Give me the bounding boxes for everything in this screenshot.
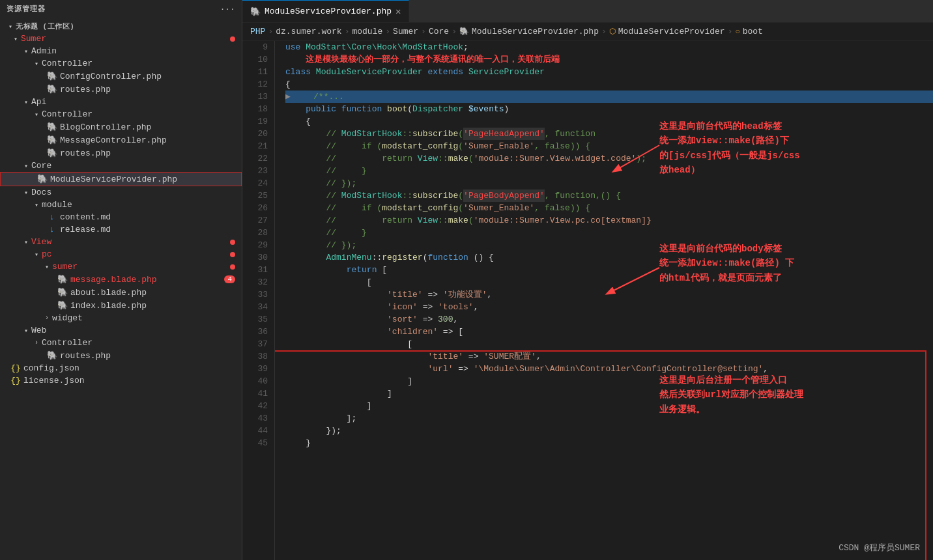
- breadcrumb-core[interactable]: Core: [429, 27, 449, 36]
- ln-31: 31: [242, 264, 268, 276]
- json-icon-2: {}: [10, 376, 21, 385]
- ln-29: 29: [242, 239, 268, 251]
- sidebar-item-release-md[interactable]: ↓ release.md: [0, 223, 242, 236]
- ellipsis-icon[interactable]: ···: [220, 5, 235, 13]
- sidebar-item-sumer-view[interactable]: ▾ sumer: [0, 260, 242, 273]
- sidebar-item-docs[interactable]: ▾ Docs: [0, 186, 242, 199]
- sidebar-item-license-json[interactable]: {} license.json: [0, 374, 242, 387]
- controller-admin-arrow: ▾: [31, 60, 42, 68]
- web-label: Web: [31, 326, 46, 335]
- sumer-view-dot: [230, 264, 235, 270]
- sidebar-item-routes-web[interactable]: 🐘 routes.php: [0, 349, 242, 362]
- sidebar-item-routes-api[interactable]: 🐘 routes.php: [0, 147, 242, 160]
- md-icon-2: ↓: [47, 225, 57, 234]
- index-blade-label: index.blade.php: [70, 301, 147, 311]
- module-label: module: [42, 200, 72, 210]
- annotation-line10: 这是模块最核心的一部分，与整个系统通讯的唯一入口，关联前后端: [285, 53, 560, 66]
- expand-arrow-13[interactable]: ▶: [285, 91, 291, 103]
- ln-39: 39: [242, 363, 268, 375]
- code-line-23: // }: [285, 165, 933, 177]
- sumer-dot: [230, 36, 235, 42]
- code-content: use ModStart\Core\Hook\ModStartHook; 这是模…: [275, 41, 933, 560]
- ln-35: 35: [242, 313, 268, 326]
- sidebar-item-module[interactable]: ▾ module: [0, 199, 242, 211]
- code-line-11: class ModuleServiceProvider extends Serv…: [285, 66, 933, 78]
- sidebar-item-moduleserviceprovider[interactable]: 🐘 ModuleServiceProvider.php: [0, 172, 242, 186]
- breadcrumb-php[interactable]: PHP: [250, 27, 265, 36]
- widget-label: widget: [52, 313, 83, 323]
- code-line-25: // ModStartHook::subscribe('PageBodyAppe…: [285, 189, 933, 202]
- sidebar-item-about-blade[interactable]: 🐘 about.blade.php: [0, 286, 242, 299]
- sidebar-item-web[interactable]: ▾ Web: [0, 324, 242, 337]
- breadcrumb-class[interactable]: ModuleServiceProvider: [618, 27, 725, 36]
- active-tab[interactable]: 🐘 ModuleServiceProvider.php ✕: [242, 0, 409, 22]
- php-icon: 🐘: [47, 71, 57, 81]
- sidebar-header-icons[interactable]: ···: [220, 5, 235, 13]
- code-line-22: // return View::make('module::Sumer.View…: [285, 152, 933, 165]
- message-blade-label: message.blade.php: [70, 275, 157, 285]
- breadcrumb-sumer[interactable]: Sumer: [393, 27, 418, 36]
- sidebar-item-config-json[interactable]: {} config.json: [0, 362, 242, 374]
- breadcrumb-domain[interactable]: dz.sumer.work: [276, 27, 341, 36]
- md-icon-1: ↓: [47, 212, 57, 222]
- config-json-label: config.json: [23, 363, 79, 373]
- watermark: CSDN @程序员SUMER: [839, 542, 920, 553]
- ln-37: 37: [242, 338, 268, 350]
- sidebar-item-configcontroller[interactable]: 🐘 ConfigController.php: [0, 70, 242, 83]
- pc-label: pc: [42, 249, 52, 259]
- sidebar-item-admin[interactable]: ▾ Admin: [0, 45, 242, 57]
- code-line-37: [: [285, 338, 933, 350]
- sidebar-item-pc[interactable]: ▾ pc: [0, 248, 242, 260]
- breadcrumb-file[interactable]: ModuleServiceProvider.php: [472, 27, 599, 36]
- sidebar-item-widget[interactable]: › widget: [0, 312, 242, 324]
- tab-close-button[interactable]: ✕: [395, 6, 401, 17]
- breadcrumb-php-icon: 🐘: [459, 27, 469, 36]
- admin-arrow: ▾: [21, 48, 31, 55]
- code-line-21: // if (modstart_config('Sumer_Enable', f…: [285, 140, 933, 152]
- sidebar-item-messagecontroller[interactable]: 🐘 MessageController.php: [0, 133, 242, 147]
- configcontroller-label: ConfigController.php: [60, 72, 162, 81]
- ln-26: 26: [242, 202, 268, 214]
- code-line-26: // if (modstart_config('Sumer_Enable', f…: [285, 202, 933, 214]
- breadcrumb-module[interactable]: module: [352, 27, 382, 36]
- bc-sep-4: ›: [421, 27, 426, 36]
- ln-23: 23: [242, 165, 268, 177]
- sidebar-item-view[interactable]: ▾ View: [0, 236, 242, 248]
- ln-32: 32: [242, 276, 268, 288]
- bc-sep-7: ›: [728, 27, 733, 36]
- sidebar-item-api[interactable]: ▾ Api: [0, 96, 242, 108]
- breadcrumb-method-icon: ○: [735, 27, 739, 36]
- pc-arrow: ▾: [31, 251, 42, 259]
- sidebar-item-routes-admin[interactable]: 🐘 routes.php: [0, 83, 242, 96]
- kw-use: use: [285, 41, 300, 53]
- view-dot: [230, 240, 235, 245]
- sidebar-item-content-md[interactable]: ↓ content.md: [0, 211, 242, 223]
- sidebar-tree: ▾ 无标题 (工作区) ▾ Sumer ▾ Admin ▾ Controller…: [0, 18, 242, 560]
- controller-api-label: Controller: [42, 109, 93, 119]
- code-line-13: ▶ /**...: [285, 91, 933, 103]
- sidebar-item-controller-admin[interactable]: ▾ Controller: [0, 57, 242, 70]
- code-line-34: 'icon' => 'tools',: [285, 301, 933, 313]
- workspace-label[interactable]: ▾ 无标题 (工作区): [0, 20, 242, 33]
- code-line-42: ]: [285, 400, 933, 412]
- code-line-32: [: [285, 276, 933, 288]
- code-line-9: use ModStart\Core\Hook\ModStartHook;: [285, 41, 933, 53]
- sidebar-item-controller-api[interactable]: ▾ Controller: [0, 108, 242, 120]
- code-line-30: AdminMenu::register(function () {: [285, 251, 933, 264]
- sidebar-item-sumer[interactable]: ▾ Sumer: [0, 33, 242, 45]
- pc-dot: [230, 252, 235, 257]
- ln-44: 44: [242, 425, 268, 437]
- controller-admin-label: Controller: [42, 59, 93, 68]
- ln-10: 10: [242, 53, 268, 66]
- api-arrow: ▾: [21, 98, 31, 106]
- sidebar-item-controller-web[interactable]: › Controller: [0, 337, 242, 349]
- sidebar-item-message-blade[interactable]: 🐘 message.blade.php 4: [0, 273, 242, 286]
- sidebar-item-index-blade[interactable]: 🐘 index.blade.php: [0, 299, 242, 312]
- sidebar-item-blogcontroller[interactable]: 🐘 BlogController.php: [0, 120, 242, 133]
- code-line-36: 'children' => [: [285, 326, 933, 338]
- sidebar-item-core[interactable]: ▾ Core: [0, 160, 242, 172]
- breadcrumb-class-icon: ⬡: [609, 27, 616, 36]
- blogcontroller-label: BlogController.php: [60, 122, 151, 132]
- code-line-31: return [: [285, 264, 933, 276]
- breadcrumb-method[interactable]: boot: [743, 27, 763, 36]
